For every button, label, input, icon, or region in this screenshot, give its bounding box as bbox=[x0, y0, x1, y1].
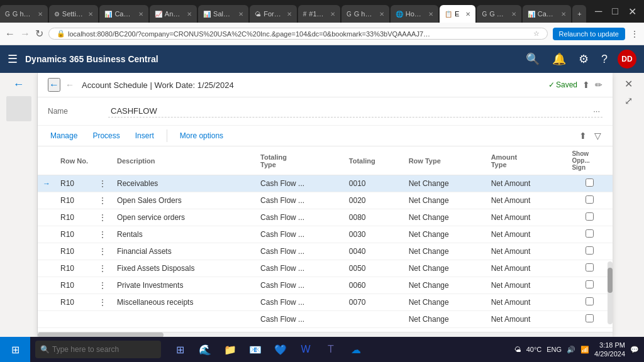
row-show-opp[interactable] bbox=[567, 226, 613, 243]
row-context-menu[interactable]: ⋮ bbox=[93, 175, 112, 192]
row-show-opp[interactable] bbox=[567, 209, 613, 226]
taskbar-extra1[interactable]: ☁ bbox=[345, 338, 367, 361]
tab-close-11[interactable]: ✕ bbox=[511, 11, 516, 18]
forward-button[interactable]: → bbox=[20, 28, 30, 40]
settings-gear-icon[interactable]: ⚙ bbox=[576, 50, 591, 69]
table-row[interactable]: R10 ⋮ Open Sales Orders Cash Flow ... 00… bbox=[38, 192, 613, 209]
tab-close-5[interactable]: ✕ bbox=[238, 11, 243, 18]
row-context-menu[interactable] bbox=[93, 311, 112, 328]
panel-back-button[interactable]: ← bbox=[48, 78, 60, 92]
table-row[interactable]: R10 ⋮ Fixed Assets Disposals Cash Flow .… bbox=[38, 260, 613, 277]
show-opp-checkbox[interactable] bbox=[586, 229, 594, 238]
tab-close-8[interactable]: ✕ bbox=[379, 11, 384, 18]
tab-close-3[interactable]: ✕ bbox=[138, 11, 143, 18]
network-icon[interactable]: 📶 bbox=[580, 346, 589, 354]
back-nav-button[interactable]: ← bbox=[13, 78, 25, 91]
show-opp-checkbox[interactable] bbox=[586, 178, 594, 187]
address-bar[interactable]: 🔒 localhost:8080/BC200/?company=CRONUS%2… bbox=[48, 28, 548, 40]
insert-button[interactable]: Insert bbox=[133, 130, 157, 141]
row-context-menu[interactable]: ⋮ bbox=[93, 294, 112, 311]
relaunch-button[interactable]: Relaunch to update bbox=[553, 28, 625, 40]
col-totaling[interactable]: Totaling bbox=[344, 146, 404, 175]
row-show-opp[interactable] bbox=[567, 175, 613, 192]
show-opp-checkbox[interactable] bbox=[586, 246, 594, 255]
more-options-button[interactable]: More options bbox=[177, 130, 226, 141]
row-show-opp[interactable] bbox=[567, 192, 613, 209]
row-context-menu[interactable]: ⋮ bbox=[93, 209, 112, 226]
table-row[interactable]: R10 ⋮ Rentals Cash Flow ... 0030 Net Cha… bbox=[38, 226, 613, 243]
edit-button[interactable]: ✏ bbox=[595, 80, 602, 90]
tab-close-2[interactable]: ✕ bbox=[88, 11, 93, 18]
taskbar-vscode[interactable]: 💙 bbox=[269, 338, 292, 361]
tab-close-6[interactable]: ✕ bbox=[287, 11, 292, 18]
browser-tab-2[interactable]: ⚙Settings✕ bbox=[49, 5, 99, 23]
panel-back-icon[interactable]: ← bbox=[65, 80, 74, 90]
browser-tab-1[interactable]: GG how t✕ bbox=[0, 5, 48, 23]
row-context-menu[interactable]: ⋮ bbox=[93, 226, 112, 243]
taskbar-task-view[interactable]: ⊞ bbox=[169, 338, 191, 361]
horizontal-scrollbar[interactable] bbox=[38, 332, 613, 337]
three-dot-menu[interactable]: ⋮ bbox=[98, 297, 107, 307]
row-show-opp[interactable] bbox=[567, 294, 613, 311]
volume-icon[interactable]: 🔊 bbox=[567, 346, 575, 354]
search-icon[interactable]: 🔍 bbox=[523, 50, 542, 69]
col-description[interactable]: Description bbox=[112, 146, 255, 175]
tab-close-4[interactable]: ✕ bbox=[187, 11, 192, 18]
show-opp-checkbox[interactable] bbox=[586, 297, 594, 305]
table-row[interactable]: R10 ⋮ Financial Assets Cash Flow ... 004… bbox=[38, 243, 613, 260]
expand-icon[interactable]: ⤢ bbox=[625, 95, 633, 107]
hamburger-icon[interactable]: ☰ bbox=[8, 52, 18, 66]
col-row-type[interactable]: Row Type bbox=[404, 146, 486, 175]
show-opp-checkbox[interactable] bbox=[586, 280, 594, 288]
show-opp-checkbox[interactable] bbox=[586, 195, 594, 204]
help-icon[interactable]: ? bbox=[599, 50, 610, 69]
close-button[interactable]: ✕ bbox=[626, 3, 639, 20]
row-context-menu[interactable]: ⋮ bbox=[93, 277, 112, 294]
browser-tab-10[interactable]: 📋Ed✕ bbox=[440, 5, 475, 23]
reload-button[interactable]: ↻ bbox=[35, 28, 43, 40]
table-row[interactable]: Cash Flow ... Net Change Net Amount bbox=[38, 311, 613, 328]
row-show-opp[interactable] bbox=[567, 243, 613, 260]
minimize-button[interactable]: ─ bbox=[592, 3, 604, 19]
row-context-menu[interactable]: ⋮ bbox=[93, 243, 112, 260]
three-dot-menu[interactable]: ⋮ bbox=[98, 178, 107, 189]
three-dot-menu[interactable]: ⋮ bbox=[98, 229, 107, 239]
taskbar-search-box[interactable]: 🔍 bbox=[35, 341, 161, 358]
manage-button[interactable]: Manage bbox=[48, 130, 80, 141]
browser-tab-4[interactable]: 📈Analyz✕ bbox=[150, 5, 197, 23]
browser-tab-11[interactable]: GG expl✕ bbox=[477, 5, 521, 23]
filter-icon[interactable]: ▽ bbox=[593, 129, 602, 142]
row-show-opp[interactable] bbox=[567, 277, 613, 294]
start-button[interactable]: ⊞ bbox=[0, 337, 30, 362]
row-context-menu[interactable]: ⋮ bbox=[93, 260, 112, 277]
browser-tab-6[interactable]: 🌤Foreca✕ bbox=[250, 5, 297, 23]
name-value-field[interactable]: CASHFLOW ··· bbox=[108, 105, 602, 118]
back-button[interactable]: ← bbox=[5, 28, 15, 40]
tab-close-1[interactable]: ✕ bbox=[38, 11, 43, 18]
tab-close-12[interactable]: ✕ bbox=[561, 11, 566, 18]
table-row[interactable]: → R10 ⋮ Receivables Cash Flow ... 0010 N… bbox=[38, 175, 613, 192]
share-toolbar-icon[interactable]: ⬆ bbox=[578, 129, 588, 142]
clock[interactable]: 3:18 PM 4/29/2024 bbox=[594, 341, 625, 359]
row-show-opp[interactable] bbox=[567, 311, 613, 328]
three-dot-menu[interactable]: ⋮ bbox=[98, 212, 107, 222]
new-tab-button[interactable]: + bbox=[572, 5, 586, 23]
taskbar-edge[interactable]: 🌊 bbox=[194, 338, 216, 361]
show-opp-checkbox[interactable] bbox=[586, 314, 594, 322]
taskbar-search-input[interactable] bbox=[52, 345, 153, 354]
v-scroll-thumb[interactable] bbox=[608, 268, 613, 293]
row-show-opp[interactable] bbox=[567, 260, 613, 277]
show-opp-checkbox[interactable] bbox=[586, 263, 594, 272]
three-dot-menu[interactable]: ⋮ bbox=[98, 195, 107, 206]
notification-panel-icon[interactable]: 💬 bbox=[630, 346, 639, 354]
browser-tab-5[interactable]: 📊Sales C✕ bbox=[198, 5, 248, 23]
taskbar-word[interactable]: W bbox=[294, 338, 317, 361]
h-scroll-thumb[interactable] bbox=[38, 332, 164, 337]
tab-close-9[interactable]: ✕ bbox=[428, 11, 433, 18]
table-row[interactable]: R10 ⋮ Private Investments Cash Flow ... … bbox=[38, 277, 613, 294]
user-avatar[interactable]: DD bbox=[618, 50, 636, 69]
bookmark-icon[interactable]: ☆ bbox=[533, 30, 540, 38]
browser-tab-3[interactable]: 📊Cash F✕ bbox=[99, 5, 148, 23]
table-row[interactable]: R10 ⋮ Miscellaneous receipts Cash Flow .… bbox=[38, 294, 613, 311]
tab-close-10[interactable]: ✕ bbox=[465, 11, 470, 18]
